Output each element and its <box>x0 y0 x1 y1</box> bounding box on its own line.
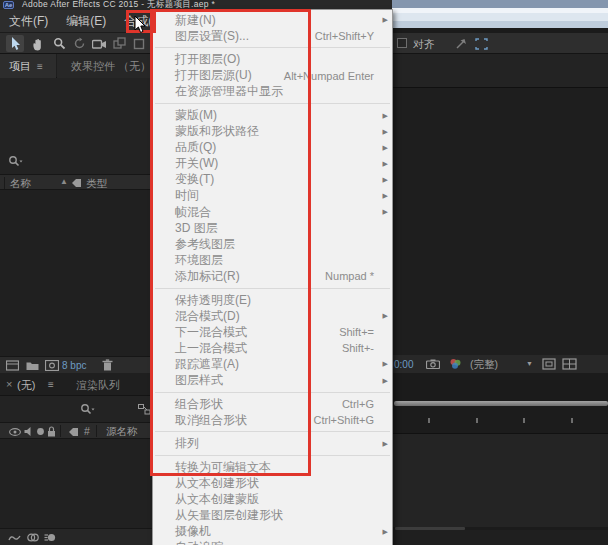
project-panel-tabbar: 项目 ≡ 效果控件 （无） <box>0 54 152 78</box>
shy-layers-icon[interactable] <box>8 533 21 543</box>
menu-item-shortcut: Ctrl+Shift+G <box>313 414 386 426</box>
layer-number-column[interactable]: # <box>84 425 90 437</box>
search-icon[interactable] <box>80 403 95 416</box>
shape-tool-icon <box>133 38 145 50</box>
layer-menu-item[interactable]: 从文本创建形状 <box>153 475 392 491</box>
motion-blur-icon[interactable] <box>44 532 56 543</box>
menu-item-label: 从矢量图层创建形状 <box>175 507 283 524</box>
solo-icon[interactable] <box>36 427 45 436</box>
tab-effect-controls[interactable]: 效果控件 （无） <box>57 54 152 78</box>
selection-arrow-icon <box>10 37 21 51</box>
submenu-arrow-icon: ▶ <box>383 377 388 385</box>
project-items-area <box>0 190 152 356</box>
submenu-arrow-icon: ▶ <box>383 16 388 24</box>
column-type[interactable]: 类型 <box>86 177 107 191</box>
region-of-interest-icon[interactable] <box>542 358 556 370</box>
layer-menu-item[interactable]: 摄像机▶ <box>153 524 392 540</box>
project-footer-bar: 8 bpc <box>0 356 152 373</box>
tab-project-label: 项目 <box>9 59 31 74</box>
interpret-footage-icon[interactable] <box>6 360 19 371</box>
grid-guides-icon[interactable] <box>562 358 577 370</box>
submenu-arrow-icon: ▶ <box>383 208 388 216</box>
diagonal-arrow-icon <box>455 38 467 50</box>
timecode[interactable]: 0:00 <box>394 359 413 370</box>
column-name[interactable]: 名称 <box>10 177 31 191</box>
timeline-layers-area <box>0 439 152 528</box>
sort-ascending-icon[interactable]: ▲ <box>60 177 68 186</box>
resolution-dropdown[interactable]: (完整) <box>470 358 498 372</box>
timeline-time-ruler[interactable] <box>392 406 608 434</box>
submenu-arrow-icon: ▶ <box>383 128 388 136</box>
submenu-arrow-icon: ▶ <box>383 192 388 200</box>
tab-project[interactable]: 项目 ≡ <box>0 54 56 78</box>
timeline-search-row <box>0 396 152 422</box>
new-folder-icon[interactable] <box>26 360 39 371</box>
ae-app-icon: Ae <box>3 1 14 9</box>
camera-icon <box>92 38 107 50</box>
menu-file[interactable]: 文件(F) <box>0 10 57 32</box>
project-search-row <box>0 150 152 174</box>
submenu-arrow-icon: ▶ <box>383 360 388 368</box>
marquee-icon <box>475 38 488 50</box>
panel-menu-icon[interactable]: ≡ <box>48 379 54 390</box>
timeline-tabbar: × (无) ≡ 渲染队列 <box>0 373 152 396</box>
menu-item-shortcut: Shift+= <box>339 326 386 338</box>
camera-tool-button[interactable] <box>90 35 108 52</box>
new-composition-icon[interactable] <box>45 360 59 371</box>
audio-icon[interactable] <box>24 426 33 437</box>
hand-tool-button[interactable] <box>28 35 46 52</box>
tab-render-queue[interactable]: 渲染队列 <box>76 378 120 393</box>
timeline-column-header: # 源名称 <box>0 422 152 439</box>
mouse-cursor-icon <box>132 15 146 34</box>
menu-item-label: 从文本创建形状 <box>175 475 259 492</box>
menu-item-shortcut: Ctrl+Shift+Y <box>315 30 386 42</box>
menu-item-shortcut: Shift+- <box>342 342 386 354</box>
hand-icon <box>31 37 44 51</box>
align-label: 对齐 <box>413 37 435 52</box>
align-checkbox[interactable] <box>397 38 407 48</box>
project-panel-preview-area <box>0 78 152 150</box>
eye-icon[interactable] <box>9 428 21 436</box>
submenu-arrow-icon: ▶ <box>383 312 388 320</box>
menu-item-shortcut: Numpad * <box>325 270 386 282</box>
menu-item-shortcut: Ctrl+G <box>342 398 386 410</box>
frame-blend-icon[interactable] <box>27 532 39 543</box>
layer-menu-item[interactable]: 从矢量图层创建形状 <box>153 508 392 524</box>
trash-icon[interactable] <box>102 359 113 371</box>
timeline-track-area <box>392 434 608 527</box>
mask-shape-tool-button[interactable] <box>130 35 148 52</box>
dropdown-arrow-icon[interactable]: ▼ <box>526 360 533 367</box>
submenu-arrow-icon: ▶ <box>383 144 388 152</box>
annotation-box-menu <box>150 9 311 476</box>
lock-icon[interactable] <box>47 426 56 437</box>
tab-comp-none[interactable]: (无) <box>17 378 35 393</box>
menu-item-label: 从文本创建蒙版 <box>175 491 259 508</box>
menu-edit[interactable]: 编辑(E) <box>57 10 115 32</box>
snapshot-camera-icon[interactable] <box>426 359 440 369</box>
background-window-titlebar <box>392 0 608 28</box>
zoom-tool-button[interactable] <box>50 35 68 52</box>
label-tag-icon[interactable] <box>71 178 82 188</box>
bit-depth-button[interactable]: 8 bpc <box>62 360 86 371</box>
search-icon[interactable] <box>8 155 23 168</box>
close-icon[interactable]: × <box>6 378 12 390</box>
workspace-expand-button[interactable] <box>452 35 470 52</box>
composition-viewport <box>392 88 608 355</box>
submenu-arrow-icon: ▶ <box>383 440 388 448</box>
show-channels-icon[interactable] <box>449 358 462 370</box>
marquee-button[interactable] <box>472 35 490 52</box>
source-name-column[interactable]: 源名称 <box>106 425 138 439</box>
submenu-arrow-icon: ▶ <box>383 160 388 168</box>
label-tag-icon[interactable] <box>68 427 79 437</box>
pan-behind-tool-button[interactable] <box>110 35 128 52</box>
composition-bottom-bar: 0:00 (完整) ▼ <box>392 355 608 373</box>
panel-menu-icon[interactable]: ≡ <box>37 61 43 72</box>
selection-tool-button[interactable] <box>6 35 24 52</box>
layer-menu-item[interactable]: 自动追踪 <box>153 540 392 545</box>
magnifier-icon <box>53 37 66 50</box>
rotation-tool-button[interactable] <box>70 35 88 52</box>
composition-panel-top <box>392 54 608 88</box>
layer-menu-item[interactable]: 从文本创建蒙版 <box>153 492 392 508</box>
project-column-header: 名称 ▲ 类型 <box>0 174 152 190</box>
after-effects-window: Ae Adobe After Effects CC 2015 - 无标题项目.a… <box>0 0 608 545</box>
